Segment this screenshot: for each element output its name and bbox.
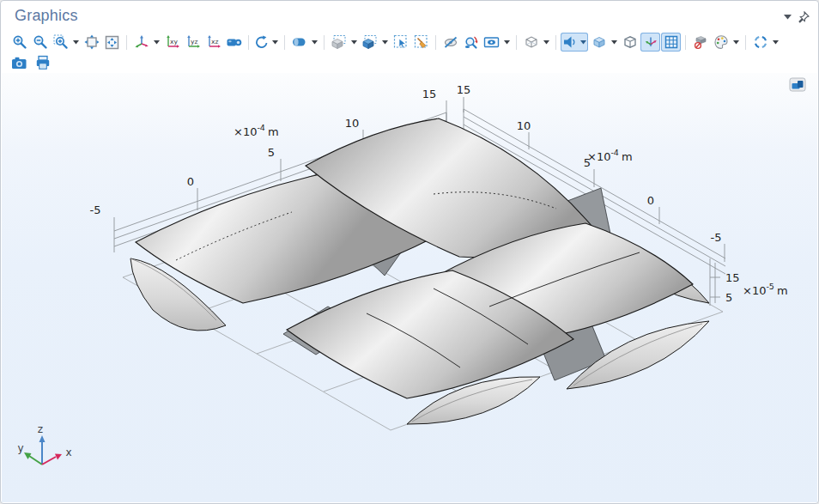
eye-slash-icon bbox=[443, 34, 458, 50]
zoom-in-button[interactable] bbox=[9, 33, 29, 52]
default-view-icon bbox=[134, 34, 149, 50]
yz-view-icon: yz bbox=[185, 34, 201, 50]
x-tick: 0 bbox=[187, 175, 194, 188]
coordinate-triad: z y x bbox=[17, 423, 71, 465]
rotate-dropdown[interactable] bbox=[270, 33, 280, 52]
y-tick: 10 bbox=[517, 119, 531, 132]
select-box-button[interactable] bbox=[329, 33, 349, 52]
y-tick: 15 bbox=[457, 83, 471, 96]
sound-button-group bbox=[561, 33, 588, 52]
x-tick: 10 bbox=[345, 117, 360, 130]
sound-button[interactable] bbox=[561, 33, 579, 52]
transparency-dropdown[interactable] bbox=[542, 33, 551, 52]
xz-view-icon: xz bbox=[206, 34, 221, 50]
select-highlight-box-dropdown[interactable] bbox=[380, 33, 390, 52]
svg-text:yz: yz bbox=[191, 38, 197, 46]
plot-thumbnail-icon bbox=[789, 77, 806, 92]
view-hidden-dropdown[interactable] bbox=[502, 33, 512, 52]
reset-hiding-button[interactable] bbox=[461, 33, 481, 52]
material-rendering-dropdown[interactable] bbox=[610, 33, 619, 52]
svg-text:xy: xy bbox=[170, 38, 178, 46]
zoom-box-button[interactable] bbox=[51, 33, 70, 52]
material-box-icon bbox=[592, 34, 607, 50]
speaker-icon bbox=[563, 35, 577, 49]
update-plot-button[interactable] bbox=[750, 33, 770, 52]
z-tick: 5 bbox=[725, 291, 732, 304]
image-snapshot-button[interactable] bbox=[9, 53, 29, 72]
scene-light-button[interactable] bbox=[289, 33, 309, 52]
select-highlight-box-button[interactable] bbox=[360, 33, 379, 52]
y-axis-unit-label: ×10-4m bbox=[587, 148, 633, 163]
zoom-in-icon bbox=[21, 44, 25, 48]
z-axis-arrow bbox=[39, 435, 46, 442]
material-rendering-button[interactable] bbox=[589, 33, 609, 52]
update-plot-dropdown[interactable] bbox=[771, 33, 780, 52]
zoom-to-selection-button[interactable] bbox=[102, 33, 122, 52]
rotate-button[interactable] bbox=[253, 33, 270, 52]
transparency-button[interactable] bbox=[521, 33, 541, 52]
graphics-toolbar: xy yz xz bbox=[9, 32, 792, 52]
camera-icon bbox=[11, 56, 27, 70]
x-tick: 15 bbox=[422, 88, 437, 100]
canvas-overlay-button[interactable] bbox=[788, 76, 807, 93]
eye-box-icon bbox=[483, 34, 500, 50]
pin-icon[interactable] bbox=[798, 11, 810, 23]
go-to-xz-view-button[interactable]: xz bbox=[203, 33, 223, 52]
printer-icon bbox=[35, 55, 51, 70]
select-box-dropdown[interactable] bbox=[349, 33, 359, 52]
bounding-box-button[interactable] bbox=[620, 33, 640, 52]
transparency-cube-icon bbox=[524, 34, 539, 50]
plot-canvas[interactable]: -5 0 5 10 15 15 10 5 0 -5 15 5 ×10-4m ×1… bbox=[2, 73, 817, 502]
zoom-extents-button[interactable] bbox=[82, 33, 101, 52]
color-theme-button[interactable] bbox=[711, 33, 731, 52]
page-title: Graphics bbox=[15, 7, 78, 25]
sound-dropdown[interactable] bbox=[579, 33, 588, 52]
projector-icon bbox=[226, 34, 242, 50]
scene-light-dropdown[interactable] bbox=[310, 33, 319, 52]
hide-color-legend-button[interactable] bbox=[690, 33, 710, 52]
y-tick: -5 bbox=[711, 231, 722, 244]
x-tick: 5 bbox=[268, 146, 275, 159]
zoom-out-button[interactable] bbox=[30, 33, 50, 52]
refresh-icon bbox=[753, 34, 768, 50]
scene-camera-button[interactable] bbox=[224, 33, 244, 52]
select-entities-button[interactable] bbox=[391, 33, 410, 52]
palette-icon bbox=[713, 34, 729, 50]
hide-selected-button[interactable] bbox=[440, 33, 460, 52]
color-theme-dropdown[interactable] bbox=[731, 33, 741, 52]
grid-icon bbox=[664, 34, 679, 50]
go-to-default-view-button[interactable] bbox=[131, 33, 151, 52]
go-to-xy-view-button[interactable]: xy bbox=[162, 33, 182, 52]
zoom-extents-icon bbox=[84, 34, 100, 50]
xy-view-icon: xy bbox=[165, 34, 180, 50]
x-axis-unit-label: ×10-4m bbox=[234, 123, 279, 138]
select-box-icon bbox=[331, 34, 347, 50]
light-cylinder-icon bbox=[291, 34, 307, 50]
select-highlight-box-icon bbox=[361, 34, 378, 50]
zoom-box-icon bbox=[63, 44, 66, 47]
show-grid-button[interactable] bbox=[661, 33, 681, 52]
zoom-to-selection-icon bbox=[104, 34, 120, 51]
z-tick: 15 bbox=[725, 271, 740, 284]
svg-text:xz: xz bbox=[211, 38, 218, 46]
rotate-icon bbox=[256, 38, 266, 48]
axis-orientation-icon bbox=[643, 34, 658, 50]
go-to-yz-view-button[interactable]: yz bbox=[183, 33, 203, 52]
y-tick: 0 bbox=[647, 194, 654, 207]
x-axis-arrow bbox=[55, 454, 62, 460]
plot-3d-scene: -5 0 5 10 15 15 10 5 0 -5 15 5 ×10-4m ×1… bbox=[2, 73, 817, 503]
graphics-toolbar-row2 bbox=[9, 53, 52, 72]
triad-y-label: y bbox=[17, 442, 23, 454]
window-menu-chevron[interactable] bbox=[784, 15, 792, 20]
magnifier-reset-icon bbox=[464, 34, 479, 50]
triad-x-label: x bbox=[65, 446, 71, 458]
zoom-out-icon bbox=[41, 44, 46, 48]
legend-off-icon bbox=[693, 34, 708, 50]
show-axis-orientation-button[interactable] bbox=[640, 33, 660, 52]
print-button[interactable] bbox=[33, 53, 52, 72]
zoom-box-dropdown[interactable] bbox=[71, 33, 81, 52]
default-view-dropdown[interactable] bbox=[152, 33, 161, 52]
view-hidden-button[interactable] bbox=[482, 33, 501, 52]
triad-z-label: z bbox=[38, 423, 43, 435]
clear-selection-button[interactable] bbox=[411, 33, 431, 52]
